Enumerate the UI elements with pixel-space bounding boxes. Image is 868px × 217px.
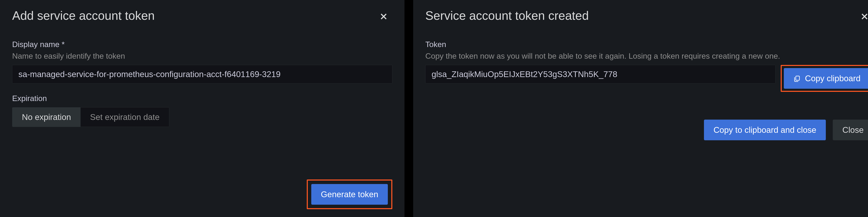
token-hint: Copy the token now as you will not be ab… — [425, 52, 868, 61]
copy-clipboard-button[interactable]: Copy clipboard — [784, 68, 868, 89]
display-name-section: Display name * Name to easily identify t… — [12, 40, 392, 84]
generate-token-button[interactable]: Generate token — [311, 184, 388, 205]
set-expiration-option[interactable]: Set expiration date — [81, 107, 169, 127]
copy-highlight: Copy clipboard — [781, 65, 868, 92]
display-name-hint: Name to easily identify the token — [12, 52, 392, 61]
token-value-input[interactable] — [425, 65, 775, 84]
clipboard-icon — [793, 75, 801, 82]
token-label: Token — [425, 40, 868, 49]
add-token-modal: Add service account token Display name *… — [0, 0, 404, 217]
modal-title: Add service account token — [12, 9, 392, 23]
close-text-button[interactable]: Close — [833, 120, 868, 140]
close-button[interactable] — [859, 10, 868, 23]
modal-title: Service account token created — [425, 9, 868, 23]
svg-rect-0 — [796, 76, 799, 81]
close-button[interactable] — [378, 10, 390, 23]
expiration-section: Expiration No expiration Set expiration … — [12, 94, 392, 127]
close-icon — [379, 12, 388, 21]
display-name-input[interactable] — [12, 65, 392, 84]
token-input-wrap — [425, 65, 775, 92]
display-name-label: Display name * — [12, 40, 392, 49]
modal-footer: Copy to clipboard and close Close — [425, 120, 868, 140]
no-expiration-option[interactable]: No expiration — [12, 107, 81, 127]
close-icon — [860, 12, 868, 21]
token-section: Token Copy the token now as you will not… — [425, 40, 868, 92]
copy-and-close-button[interactable]: Copy to clipboard and close — [704, 120, 826, 140]
expiration-toggle: No expiration Set expiration date — [12, 107, 169, 127]
token-created-modal: Service account token created Token Copy… — [413, 0, 868, 217]
modal-footer: Generate token — [307, 180, 392, 209]
expiration-label: Expiration — [12, 94, 392, 103]
token-row: Copy clipboard — [425, 65, 868, 92]
generate-highlight: Generate token — [307, 180, 392, 209]
copy-clipboard-label: Copy clipboard — [805, 73, 861, 83]
